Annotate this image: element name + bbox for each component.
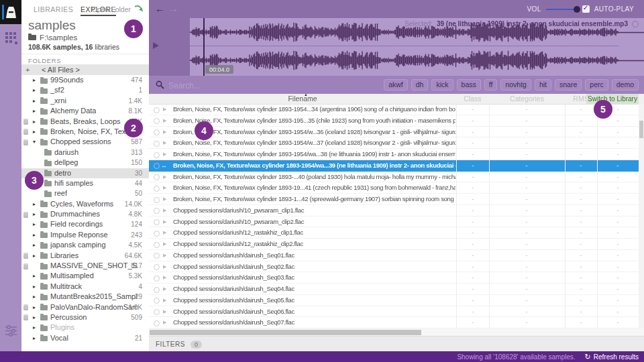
play-icon[interactable]: ▶ bbox=[163, 182, 166, 194]
select-circle-icon[interactable] bbox=[154, 174, 160, 180]
sample-row[interactable]: ▶Chopped sessions/dariush/10_pwsaram_cli… bbox=[149, 205, 644, 217]
folder-item-alchemy-data[interactable]: ▸Alchemy Data8.1K bbox=[21, 106, 149, 116]
expand-arrow-icon[interactable]: ▸ bbox=[33, 209, 36, 219]
grid-view-icon[interactable] bbox=[5, 32, 17, 44]
tag-hit[interactable]: hit bbox=[535, 79, 551, 90]
sample-row[interactable]: ↔Broken, Noise, FX, Texture/wax cylinder… bbox=[149, 160, 644, 172]
folder-item-99sounds[interactable]: ▸99Sounds474 bbox=[21, 75, 149, 85]
play-icon[interactable]: ▶ bbox=[163, 172, 166, 183]
sample-row[interactable]: ▶Broken, Noise, FX, Texture/wax cylinder… bbox=[149, 127, 644, 138]
search-input[interactable] bbox=[167, 76, 270, 95]
folder-item-plugins[interactable]: ▸Plugins bbox=[21, 322, 149, 333]
play-icon[interactable]: ▶ bbox=[163, 127, 166, 138]
tag-dh[interactable]: dh bbox=[411, 79, 429, 90]
play-icon[interactable]: ▶ bbox=[163, 194, 166, 205]
select-circle-icon[interactable] bbox=[154, 309, 160, 315]
select-circle-icon[interactable] bbox=[154, 320, 160, 326]
select-circle-icon[interactable] bbox=[154, 242, 160, 248]
expand-arrow-icon[interactable]: ▸ bbox=[33, 106, 36, 116]
column-header-filename[interactable]: Filename ▲ bbox=[149, 94, 456, 104]
tag-demo[interactable]: demo bbox=[612, 79, 639, 90]
folder-item-xrni[interactable]: ▸_xrni1.4K bbox=[21, 96, 149, 106]
expand-arrow-icon[interactable]: ▸ bbox=[33, 117, 36, 127]
play-icon[interactable]: ▶ bbox=[163, 217, 166, 228]
column-header-class[interactable]: Class bbox=[456, 94, 489, 104]
tag-ff[interactable]: ff bbox=[484, 79, 498, 90]
play-icon[interactable]: ▶ bbox=[163, 227, 166, 239]
expand-arrow-icon[interactable]: ▸ bbox=[33, 292, 36, 302]
tag-kick[interactable]: kick bbox=[431, 79, 453, 90]
select-circle-icon[interactable] bbox=[154, 163, 160, 169]
vertical-scrollbar[interactable] bbox=[639, 104, 644, 328]
select-circle-icon[interactable] bbox=[154, 298, 160, 304]
expand-arrow-icon[interactable]: ▸ bbox=[33, 199, 36, 209]
volume-knob[interactable] bbox=[574, 6, 580, 13]
select-circle-icon[interactable] bbox=[154, 264, 160, 270]
waveform-panel[interactable]: Selected: 39 (ne lithuania 1909) instr 2… bbox=[190, 18, 644, 76]
sample-row[interactable]: ▶Chopped sessions/dariush/dairush_Seq05.… bbox=[149, 295, 644, 306]
refresh-results-button[interactable]: ↻ Refresh results bbox=[585, 353, 639, 361]
open-folder-arrow-icon[interactable] bbox=[134, 5, 144, 13]
select-circle-icon[interactable] bbox=[154, 276, 160, 282]
play-icon[interactable]: ▶ bbox=[163, 295, 166, 306]
volume-slider[interactable] bbox=[546, 9, 578, 10]
folder-item-dellpeg[interactable]: dellpeg150 bbox=[21, 158, 149, 168]
sample-row[interactable]: ▶Chopped sessions/dariush/dairush_Seq02.… bbox=[149, 261, 644, 273]
select-circle-icon[interactable] bbox=[154, 253, 160, 259]
folder-item-chopped-sessions[interactable]: ▾Chopped sessions587 bbox=[21, 137, 149, 147]
sample-row[interactable]: ▶Chopped sessions/dariush/dairush_Seq01.… bbox=[149, 250, 644, 261]
expand-arrow-icon[interactable]: ▸ bbox=[33, 322, 36, 333]
select-circle-icon[interactable] bbox=[154, 186, 160, 192]
folder-item-massive-one-shot-sample-pa[interactable]: MASSIVE_ONE_SHOT_SAMPLE_PA..817 bbox=[21, 261, 149, 271]
tag-snare[interactable]: snare bbox=[555, 79, 582, 90]
play-icon[interactable]: ▶ bbox=[163, 250, 166, 261]
expand-arrow-icon[interactable]: ▸ bbox=[33, 251, 36, 261]
sample-row[interactable]: ▶Broken, Noise, FX, Texture/wax cylinder… bbox=[149, 137, 644, 149]
sample-row[interactable]: ▶Chopped sessions/dariush/12_rastakhiz_c… bbox=[149, 239, 644, 250]
sample-row[interactable]: ▶Chopped sessions/dariush/dairush_Seq06.… bbox=[149, 306, 644, 318]
add-icon[interactable]: + bbox=[25, 64, 30, 75]
folder-item-multisampled[interactable]: ▸Multisampled5.3K bbox=[21, 271, 149, 281]
tag-perc[interactable]: perc bbox=[585, 79, 608, 90]
sample-row[interactable]: ▶Chopped sessions/dariush/dairush_Seq07.… bbox=[149, 317, 644, 328]
sample-row[interactable]: ▶Chopped sessions/dariush/dairush_Seq03.… bbox=[149, 272, 644, 284]
app-logo[interactable] bbox=[0, 0, 21, 24]
horizontal-scrollbar[interactable] bbox=[149, 328, 644, 336]
nav-forward-icon[interactable]: → bbox=[168, 3, 178, 14]
sample-row[interactable]: ▶Chopped sessions/dariush/dairush_Seq04.… bbox=[149, 284, 644, 295]
expand-arrow-icon[interactable]: ▸ bbox=[33, 127, 36, 137]
autoplay-checkbox[interactable]: ✓ bbox=[582, 5, 590, 13]
expand-arrow-icon[interactable]: ▸ bbox=[33, 271, 36, 281]
select-circle-icon[interactable] bbox=[154, 107, 160, 113]
sample-row[interactable]: ▶Broken, Noise, FX, Texture/wax cylinder… bbox=[149, 194, 644, 205]
play-icon[interactable]: ▶ bbox=[163, 306, 166, 318]
all-files-row[interactable]: + < All Files > bbox=[21, 64, 149, 75]
select-circle-icon[interactable] bbox=[154, 141, 160, 147]
play-icon[interactable]: ▶ bbox=[163, 104, 166, 115]
select-circle-icon[interactable] bbox=[154, 129, 160, 135]
select-circle-icon[interactable] bbox=[154, 118, 160, 124]
folder-item-cycles-waveforms[interactable]: ▸Cycles, Waveforms14.0K bbox=[21, 199, 149, 209]
playhead-cursor[interactable] bbox=[203, 18, 205, 76]
loop-toggle-icon[interactable] bbox=[632, 21, 639, 27]
horizontal-scrollbar-thumb[interactable] bbox=[150, 330, 421, 335]
sample-row[interactable]: ▶Broken, Noise, FX, Texture/wax cylinder… bbox=[149, 172, 644, 183]
expand-arrow-icon[interactable]: ▸ bbox=[33, 75, 36, 85]
folder-item-reef[interactable]: reef50 bbox=[21, 188, 149, 198]
switch-to-library-button[interactable]: Switch to Library bbox=[586, 94, 639, 104]
sample-row[interactable]: ▶Broken, Noise, FX, Texture/wax cylinder… bbox=[149, 149, 644, 160]
expand-arrow-icon[interactable]: ▸ bbox=[33, 85, 36, 95]
expand-arrow-icon[interactable]: ▸ bbox=[33, 302, 36, 312]
play-icon[interactable]: ▶ bbox=[163, 284, 166, 295]
folder-item-mutantbreaks2015-samples[interactable]: ▸MutantBreaks2015_Samples29 bbox=[21, 292, 149, 302]
tab-libraries[interactable]: LIBRARIES bbox=[34, 5, 73, 13]
play-icon[interactable]: ▶ bbox=[163, 272, 166, 284]
filter-sliders-icon[interactable] bbox=[5, 324, 17, 337]
folder-item-drummachines[interactable]: ▸Drummachines4.8K bbox=[21, 209, 149, 219]
sample-row[interactable]: ▶Broken, Noise, FX, Texture/wax cylinder… bbox=[149, 104, 644, 115]
tag-novhtg[interactable]: novhtg bbox=[500, 79, 531, 90]
select-circle-icon[interactable] bbox=[154, 287, 160, 293]
expand-arrow-icon[interactable]: ▸ bbox=[33, 96, 36, 106]
expand-arrow-icon[interactable]: ▸ bbox=[33, 240, 36, 250]
folder-item-japansk-camping[interactable]: ▸japansk camping4.5K bbox=[21, 240, 149, 250]
